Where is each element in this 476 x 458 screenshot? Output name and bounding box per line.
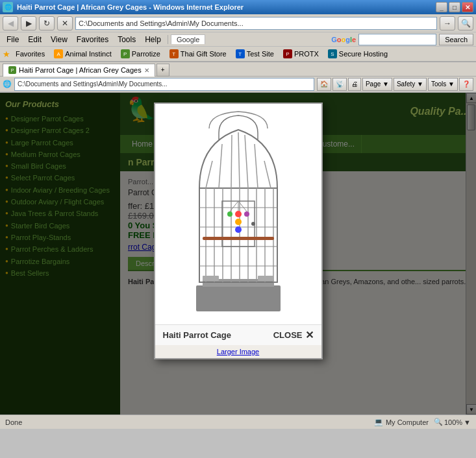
menu-separator <box>168 35 168 44</box>
lightbox: Haiti Parrot Cage CLOSE ✕ Larger Image <box>154 102 323 359</box>
window-controls: _ □ ✕ <box>436 2 473 12</box>
status-zone: 💻 My Computer <box>374 418 429 426</box>
fav-icon-protx: P <box>283 49 292 58</box>
google-tab[interactable]: Google <box>171 34 206 44</box>
status-text: Done <box>5 418 369 426</box>
address-bar[interactable]: C:\Documents and Settings\Admin\My Docum… <box>75 17 437 30</box>
status-right: 💻 My Computer 🔍 100% ▼ <box>374 418 471 426</box>
svg-point-31 <box>227 211 232 217</box>
page-address-text: C:\Documents and Settings\Admin\My Docum… <box>18 80 168 88</box>
zone-label: My Computer <box>386 418 429 426</box>
svg-line-22 <box>264 161 271 188</box>
svg-point-28 <box>235 211 242 217</box>
go-button[interactable]: → <box>440 16 455 30</box>
zoom-level: 100% <box>444 418 462 426</box>
close-label: CLOSE <box>273 330 303 340</box>
svg-line-17 <box>219 144 222 188</box>
svg-rect-37 <box>258 276 274 281</box>
menu-bar: File Edit View Favorites Tools Help Goog… <box>0 32 476 47</box>
favorites-star-icon: ★ <box>3 49 10 59</box>
larger-image-link[interactable]: Larger Image <box>155 345 321 358</box>
fav-parrotize[interactable]: P Parrotize <box>117 49 164 59</box>
svg-point-26 <box>251 222 255 226</box>
minimize-button[interactable]: _ <box>436 2 447 12</box>
menu-help[interactable]: Help <box>141 34 165 45</box>
fav-thai-gift[interactable]: T Thai Gift Store <box>166 49 231 59</box>
lightbox-close-button[interactable]: CLOSE ✕ <box>273 329 314 341</box>
cage-svg <box>183 110 294 318</box>
maximize-button[interactable]: □ <box>449 2 460 12</box>
tools-menu-button[interactable]: Tools ▼ <box>428 78 458 91</box>
svg-line-18 <box>231 135 232 188</box>
fav-icon-parrotize: P <box>121 49 130 58</box>
menu-view[interactable]: View <box>47 34 71 45</box>
window-title: Haiti Parrot Cage | African Grey Cages -… <box>17 3 244 11</box>
fav-animal-instinct[interactable]: A Animal Instinct <box>50 49 116 59</box>
zoom-dropdown-icon: ▼ <box>464 418 471 426</box>
fav-icon-secure: S <box>328 49 337 58</box>
svg-line-20 <box>245 135 248 188</box>
svg-rect-36 <box>203 276 219 281</box>
menu-favorites[interactable]: Favorites <box>73 34 112 45</box>
browser-icon: 🌐 <box>3 2 13 12</box>
fav-protx[interactable]: P PROTX <box>279 49 323 59</box>
svg-line-21 <box>255 144 258 188</box>
help-button[interactable]: ❓ <box>459 78 473 91</box>
zoom-icon: 🔍 <box>434 418 443 426</box>
rss-button[interactable]: 📡 <box>332 78 347 91</box>
addr-label: 🌐 <box>3 80 12 88</box>
svg-rect-27 <box>203 237 274 240</box>
forward-button[interactable]: ▶ <box>21 16 36 30</box>
svg-point-32 <box>244 211 249 217</box>
svg-line-19 <box>238 132 240 188</box>
computer-icon: 💻 <box>374 418 383 426</box>
addr-input-bar: 🌐 C:\Documents and Settings\Admin\My Doc… <box>0 77 476 92</box>
lightbox-image-area <box>155 104 321 324</box>
fav-icon-test: T <box>236 49 245 58</box>
menu-edit[interactable]: Edit <box>24 34 45 45</box>
new-tab-button[interactable]: + <box>157 64 169 77</box>
close-x-icon: ✕ <box>305 329 314 341</box>
back-button[interactable]: ◀ <box>3 16 18 30</box>
lightbox-title: Haiti Parrot Cage <box>163 330 231 340</box>
safety-button[interactable]: Safety ▼ <box>394 78 427 91</box>
fav-icon-animal: A <box>54 49 63 58</box>
address-text: C:\Documents and Settings\Admin\My Docum… <box>79 19 434 27</box>
title-bar: 🌐 Haiti Parrot Cage | African Grey Cages… <box>0 0 476 14</box>
tab-label: Haiti Parrot Cage | African Grey Cages <box>19 66 142 74</box>
search-button[interactable]: Search <box>439 34 473 45</box>
page-address-box[interactable]: C:\Documents and Settings\Admin\My Docum… <box>14 78 314 91</box>
menu-file[interactable]: File <box>3 34 23 45</box>
fav-icon-thai: T <box>169 49 179 58</box>
tab-close-button[interactable]: ✕ <box>144 67 149 74</box>
google-search-input[interactable] <box>358 34 436 45</box>
fav-test-site[interactable]: T Test Site <box>232 49 278 59</box>
refresh-button[interactable]: ↻ <box>39 16 55 30</box>
favorites-item[interactable]: Favorites <box>12 49 49 58</box>
nav-bar: ◀ ▶ ↻ ✕ C:\Documents and Settings\Admin\… <box>0 14 476 32</box>
website-background: Our Products ● Designer Parrot Cages ● D… <box>0 93 476 415</box>
status-bar: Done 💻 My Computer 🔍 100% ▼ <box>0 415 476 429</box>
zoom-control[interactable]: 🔍 100% ▼ <box>434 418 471 426</box>
svg-point-30 <box>235 226 242 233</box>
tab-favicon: P <box>8 66 16 74</box>
close-button[interactable]: ✕ <box>462 2 473 12</box>
svg-line-16 <box>206 161 212 188</box>
menu-tools[interactable]: Tools <box>114 34 140 45</box>
favorites-label: Favorites <box>16 50 45 58</box>
lightbox-footer: Haiti Parrot Cage CLOSE ✕ <box>155 324 321 345</box>
lightbox-overlay: Haiti Parrot Cage CLOSE ✕ Larger Image <box>0 93 476 415</box>
favorites-bar: ★ Favorites A Animal Instinct P Parrotiz… <box>0 47 476 62</box>
page-menu-button[interactable]: Page ▼ <box>362 78 392 91</box>
fav-secure-hosting[interactable]: S Secure Hosting <box>324 49 392 59</box>
home-button[interactable]: 🏠 <box>317 78 331 91</box>
search-icon[interactable]: 🔍 <box>458 16 473 30</box>
stop-button[interactable]: ✕ <box>57 16 73 30</box>
svg-point-29 <box>235 219 242 225</box>
print-button[interactable]: 🖨 <box>348 78 361 91</box>
tab-bar: P Haiti Parrot Cage | African Grey Cages… <box>0 62 476 77</box>
svg-rect-0 <box>196 285 281 311</box>
active-tab[interactable]: P Haiti Parrot Cage | African Grey Cages… <box>3 64 155 77</box>
browser-content: Our Products ● Designer Parrot Cages ● D… <box>0 93 476 415</box>
